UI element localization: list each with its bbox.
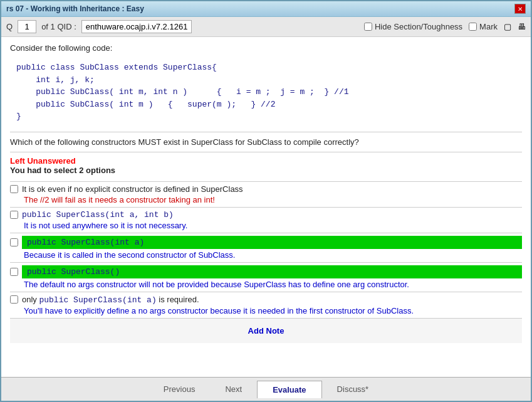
option-3-highlight: public SuperClass(int a)	[22, 236, 522, 249]
option-3-checkbox[interactable]	[10, 238, 18, 246]
option-4-row: public SuperClass()	[10, 265, 522, 278]
left-unanswered: Left Unanswered	[10, 156, 522, 166]
toolbar: Q of 1 QID : enthuware.ocajp.i.v7.2.1261…	[1, 17, 531, 37]
option-3-label: public SuperClass(int a)	[27, 238, 144, 247]
window-title: rs 07 - Working with Inheritance : Easy	[6, 4, 144, 13]
option-2-checkbox[interactable]	[10, 211, 18, 219]
add-note-button[interactable]: Add Note	[248, 326, 284, 336]
mark-checkbox[interactable]	[469, 23, 477, 31]
intro-text: Consider the following code:	[10, 43, 522, 53]
code-block: public class SubClass extends SuperClass…	[10, 58, 522, 127]
main-window: rs 07 - Working with Inheritance : Easy …	[0, 0, 532, 402]
select-note: You had to select 2 options	[10, 166, 522, 175]
option-2-wrapper: public SuperClass(int a, int b) It is no…	[10, 210, 522, 230]
evaluate-button[interactable]: Evaluate	[257, 381, 321, 398]
q-label: Q	[6, 22, 13, 31]
hide-section-label[interactable]: Hide Section/Toughness	[364, 22, 462, 31]
divider-4	[10, 262, 522, 263]
option-5-checkbox[interactable]	[10, 295, 18, 304]
next-button[interactable]: Next	[210, 381, 257, 398]
question-text: Which of the following constructors MUST…	[10, 132, 522, 147]
nav-bar: Previous Next Evaluate Discuss*	[1, 377, 531, 401]
hide-section-checkbox[interactable]	[364, 23, 372, 31]
option-4-highlight: public SuperClass()	[22, 265, 522, 278]
divider-5	[10, 292, 522, 292]
option-1-feedback: The //2 will fail as it needs a construc…	[24, 195, 522, 204]
option-2-feedback: It is not used anywhere so it is not nec…	[24, 221, 522, 230]
option-3-wrapper: public SuperClass(int a) Because it is c…	[10, 236, 522, 260]
previous-button[interactable]: Previous	[149, 381, 211, 398]
option-1-label: It is ok even if no explicit constructor…	[22, 184, 243, 194]
option-3-row: public SuperClass(int a)	[10, 236, 522, 249]
qid-value: enthuware.ocajp.i.v7.2.1261	[81, 20, 192, 33]
divider-1	[10, 181, 522, 182]
option-5-label: only public SuperClass(int a) is require…	[22, 295, 199, 305]
option-5-row: only public SuperClass(int a) is require…	[10, 295, 522, 305]
of-label: of 1 QID :	[41, 22, 76, 31]
option-1-checkbox[interactable]	[10, 185, 18, 193]
option-2-row: public SuperClass(int a, int b)	[10, 210, 522, 220]
option-4-checkbox[interactable]	[10, 268, 18, 276]
option-1-wrapper: It is ok even if no explicit constructor…	[10, 184, 522, 204]
add-note-area: Add Note	[10, 318, 522, 343]
status-section: Left Unanswered You had to select 2 opti…	[10, 152, 522, 179]
mark-label[interactable]: Mark	[469, 22, 498, 31]
option-5-feedback: You'll have to explicitly define a no ar…	[24, 306, 522, 315]
discuss-button[interactable]: Discuss*	[322, 381, 384, 398]
print-icon: 🖶	[518, 22, 526, 31]
option-4-label: public SuperClass()	[27, 267, 120, 277]
title-bar-controls: ✕	[514, 4, 526, 14]
option-1-row: It is ok even if no explicit constructor…	[10, 184, 522, 194]
divider-2	[10, 207, 522, 208]
option-4-feedback: The default no args constructor will not…	[24, 280, 522, 289]
option-2-label: public SuperClass(int a, int b)	[22, 210, 174, 220]
option-5-wrapper: only public SuperClass(int a) is require…	[10, 295, 522, 315]
window-icon: ▢	[504, 22, 511, 31]
question-number-input[interactable]	[18, 20, 36, 33]
option-3-feedback: Because it is called in the second const…	[24, 250, 522, 260]
option-4-wrapper: public SuperClass() The default no args …	[10, 265, 522, 289]
toolbar-right: Hide Section/Toughness Mark ▢ 🖶	[364, 22, 526, 31]
title-bar: rs 07 - Working with Inheritance : Easy …	[1, 1, 531, 17]
divider-3	[10, 233, 522, 233]
close-button[interactable]: ✕	[514, 4, 526, 14]
content-area: Consider the following code: public clas…	[1, 37, 531, 377]
